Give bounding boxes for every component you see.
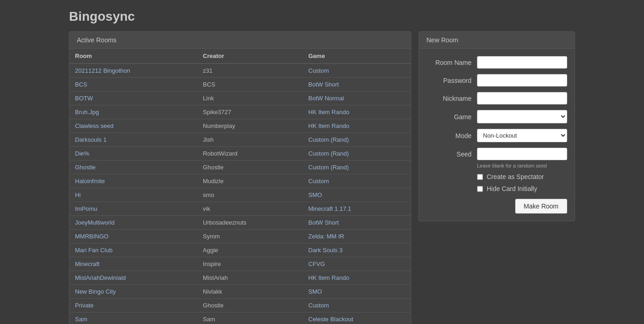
game-select[interactable]	[477, 110, 567, 123]
new-room-panel: New Room Room Name Password Nickname Gam…	[419, 31, 575, 221]
room-cell: Minecraft	[69, 257, 197, 271]
password-group: Password	[426, 74, 567, 87]
creator-cell: Ghostle	[197, 299, 303, 312]
creator-cell: Symm	[197, 230, 303, 243]
game-label: Game	[426, 113, 477, 121]
game-group: Game	[426, 110, 567, 123]
game-cell: Custom	[303, 299, 411, 312]
table-header-row: Room Creator Game	[69, 49, 411, 64]
table-row[interactable]: New Bingo CityNivlakkSMO	[69, 285, 411, 299]
make-room-button[interactable]: Make Room	[515, 199, 567, 214]
room-name-label: Room Name	[426, 59, 477, 66]
seed-input[interactable]	[477, 148, 567, 160]
room-name-group: Room Name	[426, 56, 567, 69]
room-cell: ImPomu	[69, 202, 197, 216]
creator-cell: Inspire	[197, 257, 303, 271]
game-cell: Custom	[303, 64, 411, 78]
room-cell: Mari Fan Club	[69, 243, 197, 257]
game-cell: HK Item Rando	[303, 119, 411, 133]
creator-cell: Ghostle	[197, 161, 303, 174]
spectator-checkbox[interactable]	[477, 174, 483, 180]
hide-card-label: Hide Card Initially	[487, 185, 537, 192]
room-cell: Die%	[69, 147, 197, 161]
game-cell: Custom (Rand)	[303, 161, 411, 174]
creator-cell: Mudizle	[197, 174, 303, 188]
nickname-input[interactable]	[477, 92, 567, 104]
mode-select[interactable]: Non-LockoutLockoutInvasionBlackoutConnec…	[477, 129, 567, 142]
creator-cell: Spike3727	[197, 105, 303, 119]
table-row[interactable]: ImPomuvikMinecraft 1.17.1	[69, 202, 411, 216]
game-cell: Custom	[303, 174, 411, 188]
table-row[interactable]: Die%RobotWizardCustom (Rand)	[69, 147, 411, 161]
rooms-table: Room Creator Game 20211212 Bingothonz31C…	[69, 49, 411, 324]
table-row[interactable]: HaloinfmiteMudizleCustom	[69, 174, 411, 188]
table-row[interactable]: HismoSMO	[69, 188, 411, 202]
table-row[interactable]: 20211212 Bingothonz31Custom	[69, 64, 411, 78]
room-cell: Private	[69, 299, 197, 312]
table-row[interactable]: Bruh.JpgSpike3727HK Item Rando	[69, 105, 411, 119]
game-cell: BotW Short	[303, 216, 411, 230]
room-cell: BCS	[69, 78, 197, 92]
room-cell: JoeyMultiworld	[69, 216, 197, 230]
table-row[interactable]: SamSamCeleste Blackout	[69, 312, 411, 324]
table-row[interactable]: MinecraftInspireCFVG	[69, 257, 411, 271]
creator-cell: BCS	[197, 78, 303, 92]
creator-cell: Link	[197, 92, 303, 105]
room-cell: Bruh.Jpg	[69, 105, 197, 119]
room-cell: Sam	[69, 312, 197, 324]
mode-group: Mode Non-LockoutLockoutInvasionBlackoutC…	[426, 129, 567, 142]
table-row[interactable]: BCSBCSBotW Short	[69, 78, 411, 92]
table-row[interactable]: Mari Fan ClubAggieDark Souls 3	[69, 243, 411, 257]
seed-group: Seed	[426, 148, 567, 160]
game-cell: Custom (Rand)	[303, 147, 411, 161]
creator-cell: Numberplay	[197, 119, 303, 133]
spectator-checkbox-group: Create as Spectator	[477, 173, 567, 180]
column-game: Game	[303, 49, 411, 64]
make-room-btn-container: Make Room	[426, 199, 567, 214]
room-cell: MMRBINGO	[69, 230, 197, 243]
room-cell: MistAriahDewiniaid	[69, 271, 197, 285]
creator-cell: Nivlakk	[197, 285, 303, 299]
seed-hint: Leave blank for a random seed	[477, 163, 567, 168]
table-row[interactable]: Darksouls 1JishCustom (Rand)	[69, 133, 411, 147]
table-row[interactable]: GhostleGhostleCustom (Rand)	[69, 161, 411, 174]
table-row[interactable]: JoeyMultiworldUrbosadeeznutsBotW Short	[69, 216, 411, 230]
nickname-label: Nickname	[426, 95, 477, 102]
room-cell: Hi	[69, 188, 197, 202]
mode-label: Mode	[426, 132, 477, 139]
password-input[interactable]	[477, 74, 567, 87]
column-room: Room	[69, 49, 197, 64]
creator-cell: RobotWizard	[197, 147, 303, 161]
game-cell: CFVG	[303, 257, 411, 271]
table-row[interactable]: MMRBINGOSymmZelda: MM IR	[69, 230, 411, 243]
creator-cell: MistAriah	[197, 271, 303, 285]
creator-cell: Sam	[197, 312, 303, 324]
room-cell: 20211212 Bingothon	[69, 64, 197, 78]
password-label: Password	[426, 77, 477, 84]
game-cell: SMO	[303, 188, 411, 202]
creator-cell: vik	[197, 202, 303, 216]
hide-card-checkbox[interactable]	[477, 186, 483, 192]
seed-label: Seed	[426, 150, 477, 158]
game-cell: Custom (Rand)	[303, 133, 411, 147]
game-cell: Dark Souls 3	[303, 243, 411, 257]
nickname-group: Nickname	[426, 92, 567, 104]
game-cell: Zelda: MM IR	[303, 230, 411, 243]
table-row[interactable]: Clawless seedNumberplayHK Item Rando	[69, 119, 411, 133]
creator-cell: z31	[197, 64, 303, 78]
game-cell: Minecraft 1.17.1	[303, 202, 411, 216]
game-cell: HK Item Rando	[303, 271, 411, 285]
spectator-label: Create as Spectator	[487, 173, 544, 180]
new-room-header: New Room	[419, 32, 575, 49]
room-cell: Haloinfmite	[69, 174, 197, 188]
column-creator: Creator	[197, 49, 303, 64]
table-row[interactable]: BOTWLinkBotW Normal	[69, 92, 411, 105]
game-cell: Celeste Blackout	[303, 312, 411, 324]
creator-cell: smo	[197, 188, 303, 202]
room-name-input[interactable]	[477, 56, 567, 69]
active-rooms-header: Active Rooms	[69, 32, 411, 49]
room-cell: BOTW	[69, 92, 197, 105]
room-cell: Darksouls 1	[69, 133, 197, 147]
table-row[interactable]: PrivateGhostleCustom	[69, 299, 411, 312]
table-row[interactable]: MistAriahDewiniaidMistAriahHK Item Rando	[69, 271, 411, 285]
